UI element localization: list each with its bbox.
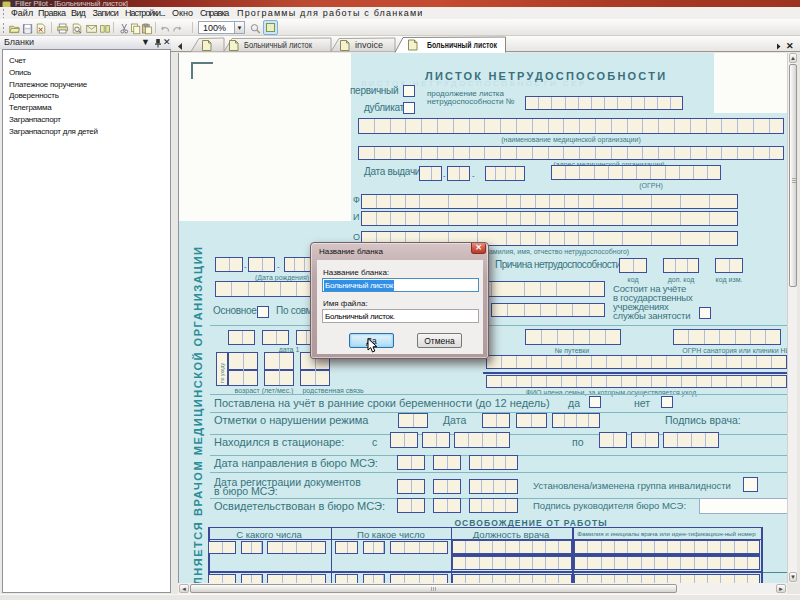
svg-text:Больничный листок: Больничный листок <box>427 40 497 50</box>
svg-text:invoice: invoice <box>355 40 383 50</box>
svg-text:Больничный листок: Больничный листок <box>244 40 312 50</box>
svg-text:✕: ✕ <box>786 41 794 51</box>
